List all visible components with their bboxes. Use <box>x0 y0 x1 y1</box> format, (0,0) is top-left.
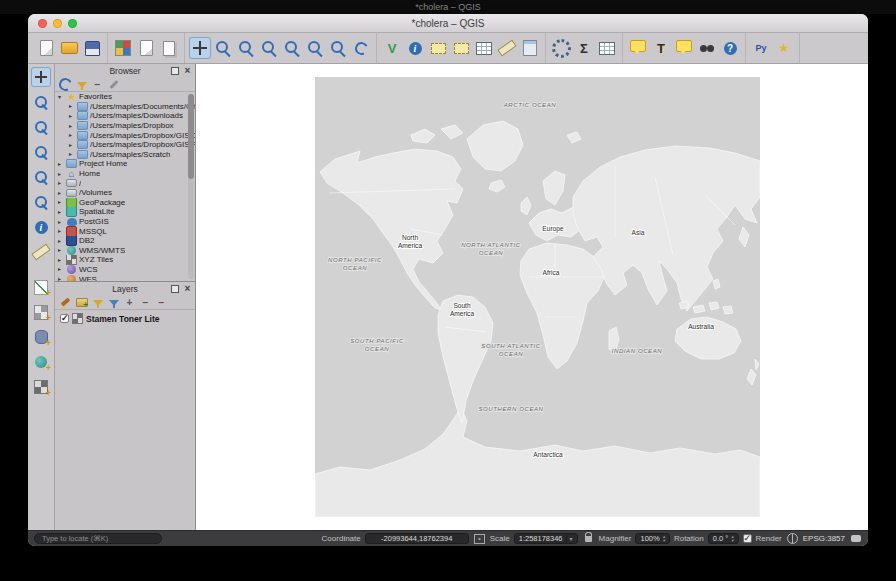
layer-visibility-checkbox[interactable] <box>60 314 69 323</box>
zoom-full-button[interactable] <box>31 142 51 162</box>
zoom-in-tool[interactable] <box>212 37 234 59</box>
expand-arrow-icon[interactable]: ▸ <box>58 228 64 234</box>
zoom-in-tool[interactable] <box>31 92 51 112</box>
titlebar[interactable]: *cholera – QGIS <box>28 14 868 33</box>
spinner-arrows-icon[interactable]: ▴ ▾ <box>731 535 733 543</box>
zoom-window-button[interactable] <box>68 19 77 28</box>
zoom-to-selection-button[interactable] <box>281 37 303 59</box>
nominatim-search-button[interactable] <box>696 37 718 59</box>
filter-legend-button[interactable] <box>91 296 104 309</box>
layout-manager-button[interactable] <box>158 37 180 59</box>
expand-all-button[interactable] <box>123 296 136 309</box>
browser-item-wms-wmts[interactable]: ▸ WMS/WMTS <box>55 246 195 256</box>
zoom-next-button[interactable] <box>327 37 349 59</box>
add-wms-layer-button[interactable] <box>31 352 51 372</box>
deselect-features-button[interactable] <box>450 37 472 59</box>
browser-item-scratch[interactable]: ▸ /Users/maples/Scratch <box>55 150 195 160</box>
layers-close-button[interactable] <box>182 283 193 294</box>
pan-map-tool[interactable] <box>31 67 51 87</box>
measure-line-tool[interactable] <box>496 37 518 59</box>
expand-arrow-icon[interactable]: ▸ <box>58 266 64 272</box>
zoom-last-button[interactable] <box>304 37 326 59</box>
zoom-out-tool[interactable] <box>235 37 257 59</box>
remove-layer-button[interactable] <box>155 296 168 309</box>
browser-scrollbar[interactable] <box>188 94 194 279</box>
browser-item-db2[interactable]: ▸ DB2 <box>55 236 195 246</box>
expand-arrow-icon[interactable]: ▸ <box>58 171 64 177</box>
coordinate-input[interactable] <box>365 533 469 544</box>
browser-item-home[interactable]: ▸ Home <box>55 169 195 179</box>
browser-float-button[interactable] <box>169 65 180 76</box>
zoom-out-tool[interactable] <box>31 117 51 137</box>
add-raster-layer-button[interactable] <box>31 302 51 322</box>
expand-arrow-icon[interactable]: ▸ <box>58 180 64 186</box>
expand-arrow-icon[interactable]: ▸ <box>58 199 64 205</box>
zoom-to-layer-button[interactable] <box>31 192 51 212</box>
identify-features-tool[interactable] <box>404 37 426 59</box>
browser-item-gis-data[interactable]: ▸ /Users/maples/Dropbox/GIS Data/J <box>55 130 195 140</box>
scale-combobox[interactable]: 1:258178346 ▾ <box>514 533 578 544</box>
select-features-tool[interactable] <box>427 37 449 59</box>
dropdown-arrow-icon[interactable]: ▾ <box>566 534 573 543</box>
measure-line-tool[interactable] <box>31 242 51 262</box>
filter-expression-button[interactable] <box>107 296 120 309</box>
zoom-to-selection-button[interactable] <box>31 167 51 187</box>
new-print-layout-button[interactable] <box>135 37 157 59</box>
rotation-spinbox[interactable]: 0.0 ° ▴ ▾ <box>708 533 739 544</box>
field-calculator-button[interactable] <box>519 37 541 59</box>
expand-arrow-icon[interactable]: ▸ <box>69 113 75 119</box>
show-layout-table-button[interactable] <box>596 37 618 59</box>
browser-scrollbar-thumb[interactable] <box>188 94 194 179</box>
map-tips-button[interactable] <box>627 37 649 59</box>
spinner-arrows-icon[interactable]: ▴ ▾ <box>663 535 665 543</box>
expand-arrow-icon[interactable]: ▸ <box>69 132 75 138</box>
expand-arrow-icon[interactable]: ▸ <box>69 123 75 129</box>
expand-arrow-icon[interactable]: ▸ <box>58 238 64 244</box>
browser-properties-button[interactable] <box>107 78 120 91</box>
add-vector-layer-button[interactable] <box>31 277 51 297</box>
processing-toolbox-button[interactable] <box>550 37 572 59</box>
form-annotation-tool[interactable] <box>673 37 695 59</box>
browser-item-xyz-tiles[interactable]: ▸ XYZ Tiles <box>55 255 195 265</box>
browser-item-wfs[interactable]: ▸ WFS <box>55 274 195 281</box>
browser-item-downloads[interactable]: ▸ /Users/maples/Downloads <box>55 111 195 121</box>
browser-item-spatialite[interactable]: ▸ SpatiaLite <box>55 207 195 217</box>
expand-arrow-icon[interactable]: ▸ <box>58 257 64 263</box>
expand-arrow-icon[interactable]: ▸ <box>58 276 64 281</box>
expand-arrow-icon[interactable]: ▸ <box>58 209 64 215</box>
browser-item-gis-projects[interactable]: ▸ /Users/maples/Dropbox/GIS Project <box>55 140 195 150</box>
browser-panel-header[interactable]: Browser <box>55 64 195 77</box>
expand-arrow-icon[interactable]: ▸ <box>69 151 75 157</box>
help-button[interactable] <box>719 37 741 59</box>
expand-arrow-icon[interactable]: ▸ <box>58 219 64 225</box>
add-xyz-layer-button[interactable] <box>31 377 51 397</box>
browser-item-mssql[interactable]: ▸ MSSQL <box>55 226 195 236</box>
zoom-full-button[interactable] <box>258 37 280 59</box>
open-project-button[interactable] <box>58 37 80 59</box>
layers-panel-header[interactable]: Layers <box>55 282 195 295</box>
identify-features-tool[interactable] <box>31 217 51 237</box>
add-group-button[interactable] <box>75 296 88 309</box>
close-window-button[interactable] <box>38 19 47 28</box>
style-manager-button[interactable] <box>112 37 134 59</box>
spin-down-icon[interactable]: ▾ <box>731 539 733 543</box>
browser-item-geopackage[interactable]: ▸ GeoPackage <box>55 198 195 208</box>
collapse-all-button[interactable] <box>139 296 152 309</box>
expand-arrow-icon[interactable]: ▾ <box>58 94 64 100</box>
expand-arrow-icon[interactable]: ▸ <box>69 142 75 148</box>
browser-close-button[interactable] <box>182 65 193 76</box>
browser-item-project-home[interactable]: ▸ Project Home <box>55 159 195 169</box>
magnifier-spinbox[interactable]: 100% ▴ ▾ <box>635 533 669 544</box>
browser-collapse-all-button[interactable] <box>91 78 104 91</box>
new-project-button[interactable] <box>35 37 57 59</box>
map-canvas[interactable]: ARCTIC OCEAN NORTH PACIFIC OCEAN NORTH A… <box>196 64 868 530</box>
browser-filter-button[interactable] <box>75 78 88 91</box>
minimize-window-button[interactable] <box>53 19 62 28</box>
browser-item-root[interactable]: ▸ / <box>55 178 195 188</box>
locator-search-input[interactable] <box>34 533 162 544</box>
new-bookmark-button[interactable] <box>773 37 795 59</box>
data-source-manager-button[interactable] <box>381 37 403 59</box>
layer-styling-button[interactable] <box>59 296 72 309</box>
expand-arrow-icon[interactable]: ▸ <box>69 103 75 109</box>
browser-item-volumes[interactable]: ▸ /Volumes <box>55 188 195 198</box>
